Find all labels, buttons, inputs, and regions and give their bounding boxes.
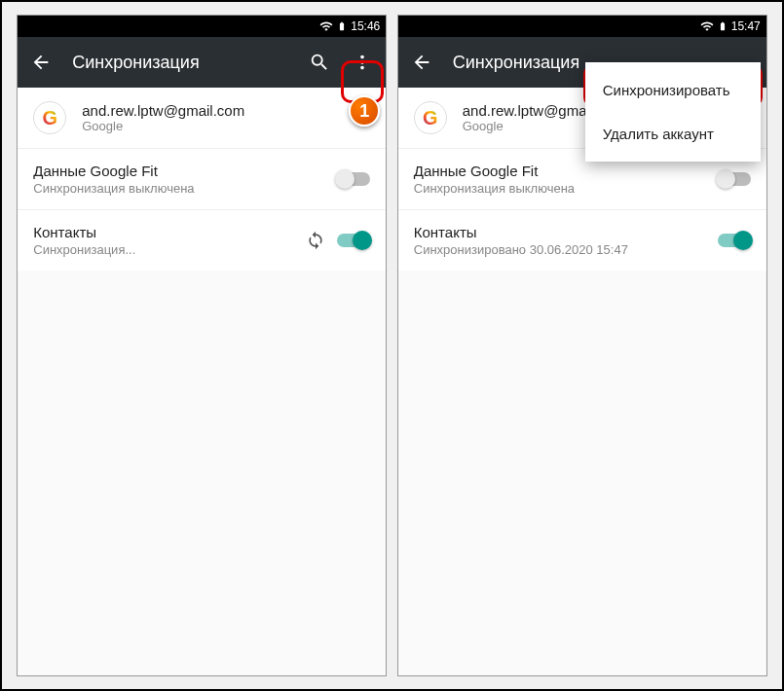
sync-item-title: Контакты xyxy=(414,224,706,240)
sync-switch[interactable] xyxy=(337,234,370,247)
list-item[interactable]: Контакты Синхронизировано 30.06.2020 15:… xyxy=(398,209,766,271)
sync-item-subtitle: Синхронизация выключена xyxy=(414,181,706,196)
status-time: 15:46 xyxy=(351,19,380,33)
account-email: and.rew.lptw@gmail.com xyxy=(82,102,244,119)
wifi-icon xyxy=(700,19,714,33)
overflow-menu-popup: Синхронизировать Удалить аккаунт xyxy=(585,62,761,162)
battery-icon xyxy=(337,19,347,33)
sync-switch[interactable] xyxy=(718,172,751,186)
back-button[interactable] xyxy=(410,51,433,74)
google-logo-icon: G xyxy=(33,101,66,134)
syncing-icon xyxy=(306,231,325,250)
sync-item-title: Данные Google Fit xyxy=(33,163,325,179)
phone-right: 15:47 Синхронизация G and.rew.lptw@gmail… xyxy=(397,15,767,676)
menu-item-sync-now[interactable]: Синхронизировать xyxy=(585,68,761,112)
status-time: 15:47 xyxy=(731,19,761,33)
sync-item-title: Данные Google Fit xyxy=(414,163,706,179)
list-item[interactable]: Контакты Синхронизация... xyxy=(18,209,386,271)
action-bar: Синхронизация xyxy=(18,37,386,88)
search-button[interactable] xyxy=(308,51,331,74)
page-title: Синхронизация xyxy=(72,53,288,73)
sync-list: Данные Google Fit Синхронизация выключен… xyxy=(398,149,766,271)
sync-switch[interactable] xyxy=(718,234,751,247)
search-icon xyxy=(309,52,330,73)
status-bar: 15:46 xyxy=(18,16,386,37)
status-bar: 15:47 xyxy=(398,16,766,37)
back-button[interactable] xyxy=(29,51,53,74)
sync-item-subtitle: Синхронизация выключена xyxy=(33,181,325,196)
overflow-menu-button[interactable] xyxy=(351,51,374,74)
google-logo-icon: G xyxy=(414,101,447,134)
sync-item-title: Контакты xyxy=(33,224,294,240)
wifi-icon xyxy=(319,19,333,33)
sync-item-subtitle: Синхронизировано 30.06.2020 15:47 xyxy=(414,242,706,257)
menu-item-remove-account[interactable]: Удалить аккаунт xyxy=(585,112,761,156)
account-row[interactable]: G and.rew.lptw@gmail.com Google xyxy=(18,88,386,149)
battery-icon xyxy=(718,19,728,33)
sync-switch[interactable] xyxy=(337,172,370,186)
account-provider: Google xyxy=(82,119,244,133)
list-item[interactable]: Данные Google Fit Синхронизация выключен… xyxy=(18,149,386,209)
phone-left: 15:46 Синхронизация G and.rew.lptw@gmail… xyxy=(17,15,387,676)
sync-item-subtitle: Синхронизация... xyxy=(33,242,294,257)
sync-list: Данные Google Fit Синхронизация выключен… xyxy=(18,149,386,271)
more-vert-icon xyxy=(352,52,373,73)
